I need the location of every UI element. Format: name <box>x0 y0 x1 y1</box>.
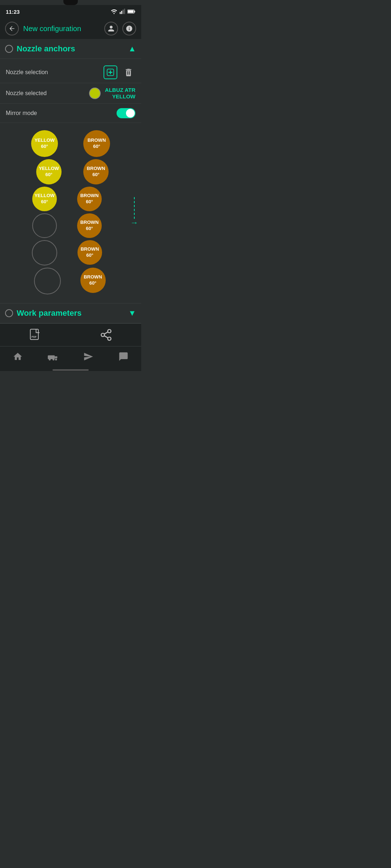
nozzle-grid-row: BROWN 60° <box>0 240 129 265</box>
page-title: New configuration <box>23 25 100 33</box>
signal-icon <box>119 9 125 14</box>
info-button[interactable] <box>122 22 136 35</box>
nozzle-section-checkbox[interactable] <box>5 45 13 53</box>
nozzle-cell-empty[interactable] <box>32 213 57 238</box>
svg-text:PDF: PDF <box>31 336 37 339</box>
nav-navigate-button[interactable] <box>79 349 98 364</box>
nozzle-grid-row: BROWN 60° <box>0 213 129 238</box>
expand-arrow[interactable]: → <box>130 197 138 227</box>
nozzle-section-title: Nozzle anchors <box>17 44 125 54</box>
nozzle-cell-brown[interactable]: BROWN 60° <box>80 268 106 293</box>
nozzle-cell-empty[interactable] <box>32 240 57 265</box>
mirror-mode-label: Mirror mode <box>6 110 117 116</box>
nav-home-button[interactable] <box>8 349 27 364</box>
nozzle-content: Nozzle selection Nozzle selected ALBUZ A… <box>0 59 141 303</box>
svg-line-14 <box>104 332 108 334</box>
battery-icon <box>127 9 135 14</box>
nozzle-grid-row: YELLOW 60° BROWN 60° <box>0 159 132 184</box>
svg-rect-2 <box>123 10 124 14</box>
nozzle-cell-yellow[interactable]: YELLOW 60° <box>32 187 57 211</box>
svg-point-19 <box>55 358 57 360</box>
home-indicator <box>52 369 89 371</box>
nozzle-grid-area: YELLOW 60° BROWN 60° YELLOW 60° <box>0 123 141 302</box>
nozzle-grid-row: YELLOW 60° BROWN 60° <box>4 130 138 157</box>
bottom-action-bar: PDF <box>0 323 141 346</box>
nozzle-selection-label: Nozzle selection <box>6 69 99 76</box>
mirror-mode-row: Mirror mode <box>0 104 141 123</box>
nozzle-cell-brown[interactable]: BROWN 60° <box>83 130 110 157</box>
nozzle-selection-row: Nozzle selection <box>0 62 141 83</box>
nozzle-grid-row: YELLOW 60° BROWN 60° <box>0 187 129 211</box>
nozzle-cell-yellow[interactable]: YELLOW 60° <box>36 159 62 184</box>
profile-button[interactable] <box>104 22 118 35</box>
svg-point-17 <box>52 358 54 360</box>
work-section-title: Work parameters <box>17 309 125 318</box>
toggle-thumb <box>126 109 135 118</box>
header: New configuration <box>0 18 141 39</box>
grid-spacer <box>65 130 76 157</box>
svg-point-11 <box>101 333 105 337</box>
nozzle-cell-brown[interactable]: BROWN 60° <box>77 240 102 265</box>
nozzle-grid: YELLOW 60° BROWN 60° YELLOW 60° <box>4 130 138 294</box>
svg-point-12 <box>108 337 111 340</box>
svg-rect-3 <box>124 9 125 14</box>
nozzle-delete-button[interactable] <box>122 65 135 79</box>
expand-arrow-line <box>134 197 135 219</box>
nozzle-cell-brown[interactable]: BROWN 60° <box>77 213 102 238</box>
expand-arrow-symbol: → <box>130 218 138 227</box>
nozzle-cell-yellow[interactable]: YELLOW 60° <box>31 130 58 157</box>
nozzle-selected-label: Nozzle selected <box>6 90 85 97</box>
nav-equipment-button[interactable] <box>43 349 62 364</box>
work-parameters-section: Work parameters ▼ <box>0 303 141 323</box>
bottom-nav <box>0 346 141 369</box>
svg-rect-0 <box>120 12 121 14</box>
wifi-icon <box>111 9 117 14</box>
svg-point-10 <box>108 329 111 333</box>
mirror-mode-toggle[interactable] <box>117 108 135 118</box>
back-button[interactable] <box>5 22 19 35</box>
status-time: 11:23 <box>6 9 20 15</box>
nozzle-section-chevron[interactable]: ▲ <box>128 44 136 54</box>
nozzle-add-button[interactable] <box>104 65 117 79</box>
nozzle-anchors-section: Nozzle anchors ▲ Nozzle selection Nozzle… <box>0 39 141 303</box>
pdf-button[interactable]: PDF <box>29 328 42 342</box>
svg-rect-6 <box>128 10 134 13</box>
nav-messages-button[interactable] <box>114 349 133 364</box>
svg-rect-18 <box>55 356 58 358</box>
nozzle-cell-empty[interactable] <box>34 268 61 294</box>
nozzle-cell-brown[interactable]: BROWN 60° <box>77 187 102 211</box>
nozzle-selected-name: ALBUZ ATRYELLOW <box>105 87 135 100</box>
status-bar: 11:23 <box>0 5 141 18</box>
nozzle-grid-row: BROWN 60° <box>0 268 132 294</box>
work-parameters-header[interactable]: Work parameters ▼ <box>0 303 141 323</box>
svg-rect-5 <box>134 11 135 13</box>
nozzle-color-indicator <box>89 88 101 99</box>
work-section-chevron[interactable]: ▼ <box>128 309 136 318</box>
svg-point-16 <box>49 358 51 360</box>
svg-rect-1 <box>121 11 122 14</box>
work-section-checkbox[interactable] <box>5 309 13 317</box>
nozzle-cell-brown[interactable]: BROWN 60° <box>83 159 109 184</box>
share-button[interactable] <box>100 328 113 341</box>
nozzle-selected-row: Nozzle selected ALBUZ ATRYELLOW <box>0 83 141 104</box>
status-icons <box>111 9 135 14</box>
home-indicator-bar <box>0 369 141 371</box>
nozzle-anchors-header[interactable]: Nozzle anchors ▲ <box>0 39 141 59</box>
svg-line-13 <box>104 336 108 338</box>
